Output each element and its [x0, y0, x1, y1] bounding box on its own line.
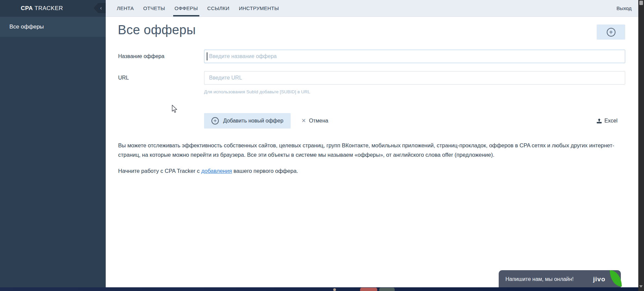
text-caret [207, 52, 207, 60]
brand-logo[interactable]: CPA TRACKER [21, 5, 63, 12]
cancel-button[interactable]: ✕ Отмена [301, 118, 328, 124]
plus-circle-icon: + [211, 117, 219, 125]
add-offer-toggle-button[interactable]: + [597, 25, 625, 40]
scrollbar-thumb[interactable] [639, 1, 643, 5]
taskbar-icon [379, 288, 395, 291]
chat-message: Напишите нам, мы онлайн! [505, 276, 574, 282]
logout-button[interactable]: Выход [616, 0, 632, 16]
taskbar-strip [0, 287, 638, 291]
sidebar-item-label: Все офферы [9, 23, 44, 30]
tab-ssylki[interactable]: ССЫЛКИ [207, 0, 230, 16]
sidebar-item-all-offers[interactable]: Все офферы [0, 17, 106, 37]
sidebar-collapse-button[interactable]: ‹ [94, 3, 106, 13]
offer-name-input[interactable] [204, 50, 625, 63]
tab-otchety[interactable]: ОТЧЕТЫ [143, 0, 166, 16]
tab-offery[interactable]: ОФФЕРЫ [174, 0, 199, 16]
scrollbar-down-arrow-icon[interactable] [639, 285, 643, 288]
offer-name-row: Название оффера [118, 50, 625, 63]
upload-icon [596, 118, 602, 124]
excel-label: Excel [604, 118, 617, 124]
excel-export-button[interactable]: Excel [596, 118, 617, 124]
sidebar-header: CPA TRACKER ‹ [0, 0, 106, 17]
add-offer-submit-button[interactable]: + Добавить новый оффер [204, 113, 291, 129]
brand-bold: CPA [21, 5, 33, 11]
offer-url-label: URL [118, 75, 204, 81]
offer-name-input-wrap [204, 50, 625, 63]
jivo-logo: jivo [593, 276, 605, 283]
offer-url-input-wrap [204, 71, 625, 85]
page-title: Все офферы [118, 23, 196, 37]
topbar: ЛЕНТА ОТЧЕТЫ ОФФЕРЫ ССЫЛКИ ИНСТРУМЕНТЫ В… [106, 0, 638, 17]
plus-circle-icon: + [607, 28, 615, 37]
intro-paragraph: Вы можете отслеживать эффективность собс… [118, 141, 623, 159]
sidebar-nav: Все офферы [0, 17, 106, 37]
submit-label: Добавить новый оффер [223, 118, 283, 124]
jivo-leaf-icon [610, 270, 622, 287]
tab-instrumenty[interactable]: ИНСТРУМЕНТЫ [238, 0, 280, 16]
cancel-label: Отмена [309, 118, 328, 124]
chevron-left-icon: ‹ [97, 5, 102, 11]
taskbar-icon [333, 288, 336, 291]
sidebar: CPA TRACKER ‹ Все офферы [0, 0, 106, 291]
taskbar-icon [360, 288, 377, 291]
brand-rest: TRACKER [33, 5, 63, 11]
close-icon: ✕ [301, 118, 306, 124]
subid-hint: Для использования SubId добавьте [SUBID]… [204, 89, 310, 94]
main-content: Все офферы + Название оффера URL Для исп… [106, 17, 638, 287]
nav-tabs: ЛЕНТА ОТЧЕТЫ ОФФЕРЫ ССЫЛКИ ИНСТРУМЕНТЫ [116, 0, 280, 16]
start-paragraph: Начните работу с CPA Tracker с добавлени… [118, 166, 623, 175]
offer-url-input[interactable] [204, 71, 625, 85]
form-actions: + Добавить новый оффер ✕ Отмена Excel [204, 113, 617, 129]
offer-url-row: URL [118, 71, 625, 85]
tab-lenta[interactable]: ЛЕНТА [116, 0, 135, 16]
scrollbar[interactable] [638, 0, 644, 291]
offer-name-label: Название оффера [118, 53, 204, 59]
add-offer-link[interactable]: добавления [201, 168, 232, 174]
start-text-after: вашего первого оффера. [232, 168, 298, 174]
start-text-before: Начните работу с CPA Tracker с [118, 168, 201, 174]
